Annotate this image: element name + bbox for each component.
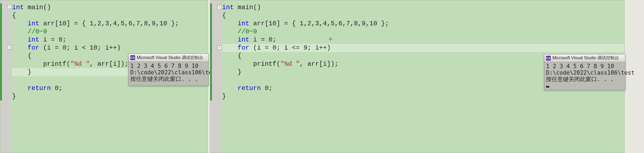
keyword-return: return <box>238 85 261 92</box>
vs-icon: CA <box>130 55 135 60</box>
fold-toggle-main[interactable]: - <box>217 5 222 9</box>
code-line: int arr[10] = { 1,2,3,4,5,6,7,8,9,10 }; <box>12 20 208 28</box>
console-line: D:\code\2022\class106\te <box>130 69 212 76</box>
console-line: 1 2 3 4 5 6 7 8 9 10 <box>546 63 614 69</box>
console-titlebar[interactable]: CA Microsoft Visual Studio 调试控制台 <box>129 54 208 62</box>
code-line: for (i = 0; i < 10; i++) <box>12 44 208 52</box>
code-line: int main() <box>12 4 208 12</box>
keyword-int: int <box>28 36 39 43</box>
fold-toggle-for[interactable]: - <box>7 45 12 49</box>
keyword-int: int <box>238 36 249 43</box>
comment: //0~9 <box>238 28 257 35</box>
comment: //0~9 <box>28 28 47 35</box>
string-literal: "%d " <box>280 60 300 68</box>
fold-toggle-main[interactable]: - <box>7 5 12 9</box>
console-title-text: Microsoft Visual Studio 调试控制台 <box>137 55 203 61</box>
code-line: { <box>222 12 624 20</box>
code-line: //0~9 <box>12 28 208 36</box>
code-line: for (i = 0; i <= 9; i++) <box>222 44 624 52</box>
console-titlebar[interactable]: CA Microsoft Visual Studio 调试控制台 <box>544 54 625 62</box>
gutter-right: - - <box>210 0 222 153</box>
keyword-int: int <box>12 4 24 11</box>
console-line: 按任意键关闭此窗口. . . <box>130 76 198 82</box>
console-line: 1 2 3 4 5 6 7 8 9 10 <box>130 63 198 69</box>
console-output: 1 2 3 4 5 6 7 8 9 10 D:\code\2022\class1… <box>129 62 208 86</box>
code-line: } <box>222 92 624 100</box>
code-line: { <box>12 12 208 20</box>
keyword-int: int <box>222 4 234 11</box>
debug-console-right[interactable]: CA Microsoft Visual Studio 调试控制台 1 2 3 4… <box>544 54 625 90</box>
console-output: 1 2 3 4 5 6 7 8 9 10 D:\code\2022\class1… <box>544 62 625 90</box>
debug-console-left[interactable]: CA Microsoft Visual Studio 调试控制台 1 2 3 4… <box>128 54 209 86</box>
code-line: int i = 0; <box>222 36 624 44</box>
gutter-left: - - <box>0 0 12 153</box>
editor-pane-right[interactable]: （全局范围） - - int main() { int arr[10] = { … <box>210 0 625 153</box>
keyword-for: for <box>238 44 249 51</box>
change-bar <box>0 4 2 100</box>
keyword-return: return <box>28 85 51 92</box>
keyword-for: for <box>28 44 39 51</box>
change-bar <box>210 4 212 100</box>
vs-icon: CA <box>546 56 551 61</box>
keyword-int: int <box>28 20 39 27</box>
split-view: - - int main() { int arr[10] = { 1,2,3,4… <box>0 0 644 153</box>
code-line: int main() <box>222 4 624 12</box>
editor-pane-left[interactable]: - - int main() { int arr[10] = { 1,2,3,4… <box>0 0 208 153</box>
string-literal: "%d " <box>70 60 90 68</box>
console-line: D:\code\2022\class106\test <box>546 69 635 76</box>
console-caret <box>546 86 549 88</box>
code-line: int arr[10] = { 1,2,3,4,5,6,7,8,9,10 }; <box>222 20 624 28</box>
fold-toggle-for[interactable]: - <box>217 46 222 50</box>
keyword-int: int <box>238 20 249 27</box>
code-line: int i = 0; <box>12 36 208 44</box>
console-line: 按任意键关闭此窗口. . . <box>546 76 614 82</box>
code-line: } <box>12 92 208 100</box>
code-line: //0~9 <box>222 28 624 36</box>
console-title-text: Microsoft Visual Studio 调试控制台 <box>552 55 619 61</box>
